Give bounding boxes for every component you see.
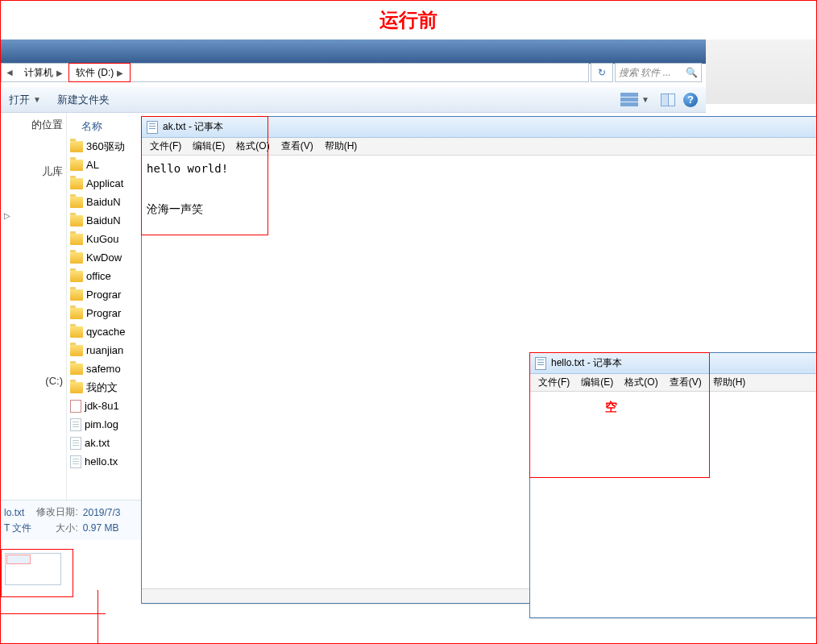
notepad-title-text: hello.txt - 记事本 [551,356,622,370]
file-item[interactable]: qycache [67,322,141,341]
menu-format[interactable]: 格式(O) [231,139,274,153]
file-item[interactable]: 360驱动 [67,137,141,156]
folder-icon [70,252,83,264]
sidebar-item-drive-d[interactable] [1,392,66,401]
sidebar-item-expand[interactable]: ▷ [1,206,66,225]
notepad-icon [147,121,158,134]
file-label: BaiduN [86,214,121,226]
notepad-title-text: ak.txt - 记事本 [163,120,223,134]
file-item[interactable]: 我的文 [67,378,141,397]
file-list: 名称 360驱动ALApplicatBaiduNBaiduNKuGouKwDow… [67,113,141,500]
file-item[interactable]: Applicat [67,174,141,193]
file-item[interactable]: ruanjian [67,341,141,359]
breadcrumb-seg-drive[interactable]: 软件 (D:) ▶ [69,64,130,81]
breadcrumb[interactable]: ◄ 计算机 ▶ 软件 (D:) ▶ [1,63,589,82]
sidebar-item-places[interactable]: 的位置 [1,113,66,137]
notepad-text-area[interactable] [530,392,817,617]
breadcrumb-back-icon: ◄ [2,67,18,78]
notepad-menubar: 文件(F) 编辑(E) 格式(O) 查看(V) 帮助(H) [142,138,817,156]
breadcrumb-label: 软件 (D:) [76,66,114,80]
folder-icon [70,215,83,226]
refresh-button[interactable]: ↻ [591,63,613,82]
ribbon-bg [706,39,816,104]
detail-filename: lo.txt [4,507,31,518]
file-item[interactable]: office [67,267,141,285]
file-item[interactable]: KwDow [67,248,141,267]
folder-icon [70,141,83,152]
file-item[interactable]: ak.txt [67,434,141,452]
file-item[interactable]: KuGou [67,230,141,248]
file-label: pim.log [85,418,118,430]
breadcrumb-label: 计算机 [24,66,53,80]
list-view-icon [620,93,638,107]
menu-edit[interactable]: 编辑(E) [576,376,618,389]
folder-icon [70,178,83,189]
details-pane: lo.txt 修改日期: 2019/7/3 T 文件 大小: 0.97 MB [1,500,141,540]
open-button[interactable]: 打开 ▼ [1,87,49,112]
folder-icon [70,382,83,393]
column-header-name[interactable]: 名称 [67,113,141,137]
menu-view[interactable]: 查看(V) [665,376,707,389]
new-folder-button[interactable]: 新建文件夹 [49,87,118,112]
notepad-icon [535,357,546,370]
file-item[interactable]: pim.log [67,415,141,434]
detail-size-value: 0.97 MB [83,522,138,534]
folder-icon [70,308,83,319]
folder-icon [70,271,83,282]
view-mode-button[interactable]: ▼ [617,93,653,107]
file-label: BaiduN [86,196,121,208]
sidebar-item-drive-c[interactable]: (C:) [1,370,66,392]
search-input[interactable]: 搜索 软件 ... 🔍 [615,63,702,82]
notepad-titlebar[interactable]: hello.txt - 记事本 [530,353,817,374]
file-icon [70,418,81,431]
folder-icon [70,345,83,356]
file-label: ruanjian [86,344,123,356]
help-icon: ? [687,93,694,106]
file-item[interactable]: Prograr [67,304,141,322]
file-item[interactable]: AL [67,156,141,174]
file-label: Applicat [86,177,123,189]
file-item[interactable]: jdk-8u1 [67,397,141,415]
file-label: KuGou [86,233,118,245]
menu-file[interactable]: 文件(F) [533,376,574,389]
file-icon [70,437,81,450]
menu-format[interactable]: 格式(O) [620,376,662,389]
file-item[interactable]: Prograr [67,285,141,304]
file-item[interactable]: BaiduN [67,211,141,230]
sidebar-item-libraries[interactable]: 儿库 [1,160,66,184]
file-item[interactable]: safemo [67,359,141,378]
new-folder-label: 新建文件夹 [57,93,110,107]
file-item[interactable]: hello.tx [67,452,141,471]
notepad-menubar: 文件(F) 编辑(E) 格式(O) 查看(V) 帮助(H) [530,374,817,392]
window-titlebar-bg [1,39,816,64]
bottom-marker [1,613,106,642]
preview-pane-button[interactable] [661,93,675,106]
breadcrumb-seg-computer[interactable]: 计算机 ▶ [18,64,69,81]
file-label: 360驱动 [86,139,125,154]
empty-annotation: 空 [605,400,617,415]
detail-mod-label: 修改日期: [36,505,77,519]
menu-edit[interactable]: 编辑(E) [188,139,230,153]
notepad-titlebar[interactable]: ak.txt - 记事本 [142,117,817,138]
menu-file[interactable]: 文件(F) [145,139,186,153]
menu-help[interactable]: 帮助(H) [320,139,363,153]
file-label: hello.tx [85,455,118,467]
folder-icon [70,326,83,338]
file-item[interactable]: BaiduN [67,193,141,211]
pane-icon [661,93,675,106]
file-label: 我的文 [86,380,118,395]
explorer-toolbar: 打开 ▼ 新建文件夹 ▼ ? [1,87,706,113]
folder-icon [70,197,83,208]
detail-size-label: 大小: [36,521,77,535]
file-label: jdk-8u1 [85,400,119,412]
file-icon [70,455,81,468]
chevron-right-icon: ▶ [117,69,123,77]
file-label: AL [86,159,99,171]
menu-view[interactable]: 查看(V) [276,139,318,153]
chevron-right-icon: ▶ [56,69,63,77]
file-label: ak.txt [85,437,110,449]
file-label: safemo [86,363,121,375]
menu-help[interactable]: 帮助(H) [708,376,751,389]
help-button[interactable]: ? [683,93,698,107]
folder-icon [70,234,83,245]
